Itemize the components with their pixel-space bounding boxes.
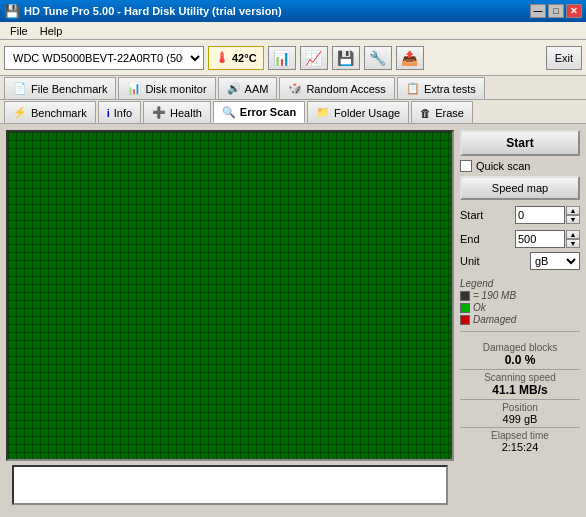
start-label: Start	[460, 209, 483, 221]
thermometer-icon: 🌡	[215, 50, 229, 66]
scanning-speed-label: Scanning speed	[460, 372, 580, 383]
divider-1	[460, 331, 580, 332]
quick-scan-row: Quick scan	[460, 160, 580, 172]
toolbar-btn-3[interactable]: 💾	[332, 46, 360, 70]
start-spin-up[interactable]: ▲	[566, 206, 580, 215]
close-button[interactable]: ✕	[566, 4, 582, 18]
quick-scan-checkbox[interactable]	[460, 160, 472, 172]
aam-icon: 🔊	[227, 82, 241, 95]
toolbar-btn-2[interactable]: 📈	[300, 46, 328, 70]
error-scan-icon: 🔍	[222, 106, 236, 119]
legend-item-block: = 190 MB	[460, 290, 580, 301]
benchmark-icon: ⚡	[13, 106, 27, 119]
legend-swatch-damaged	[460, 315, 470, 325]
start-param-row: Start ▲ ▼	[460, 206, 580, 224]
toolbar-btn-4[interactable]: 🔧	[364, 46, 392, 70]
tab-random-access[interactable]: 🎲 Random Access	[279, 77, 394, 99]
title-bar: 💾 HD Tune Pro 5.00 - Hard Disk Utility (…	[0, 0, 586, 22]
menu-bar: File Help	[0, 22, 586, 40]
end-input[interactable]	[515, 230, 565, 248]
menu-file[interactable]: File	[4, 24, 34, 38]
tab-row-2: ⚡ Benchmark i Info ➕ Health 🔍 Error Scan…	[0, 100, 586, 124]
tab-aam[interactable]: 🔊 AAM	[218, 77, 278, 99]
grid-lines	[8, 132, 452, 459]
title-bar-buttons: — □ ✕	[530, 4, 582, 18]
window-title: HD Tune Pro 5.00 - Hard Disk Utility (tr…	[24, 5, 282, 17]
legend-section: Legend = 190 MB Ok Damaged	[460, 278, 580, 325]
legend-item-ok: Ok	[460, 302, 580, 313]
legend-swatch-ok	[460, 303, 470, 313]
legend-damaged-label: Damaged	[473, 314, 516, 325]
divider-2	[460, 369, 580, 370]
temperature-display: 🌡 42°C	[208, 46, 264, 70]
menu-help[interactable]: Help	[34, 24, 69, 38]
unit-select[interactable]: gB MB	[530, 252, 580, 270]
extra-tests-icon: 📋	[406, 82, 420, 95]
end-spin: ▲ ▼	[566, 230, 580, 248]
unit-label: Unit	[460, 255, 480, 267]
damaged-blocks-label: Damaged blocks	[460, 342, 580, 353]
info-icon: i	[107, 107, 110, 119]
divider-4	[460, 427, 580, 428]
right-panel: Start Quick scan Speed map Start ▲ ▼ End	[460, 130, 580, 511]
folder-usage-icon: 📁	[316, 106, 330, 119]
stats-section: Damaged blocks 0.0 % Scanning speed 41.1…	[460, 342, 580, 453]
maximize-button[interactable]: □	[548, 4, 564, 18]
drive-select[interactable]: WDC WD5000BEVT-22A0RT0 (500 gB)	[4, 46, 204, 70]
exit-button[interactable]: Exit	[546, 46, 582, 70]
elapsed-time-label: Elapsed time	[460, 430, 580, 441]
tab-folder-usage[interactable]: 📁 Folder Usage	[307, 101, 409, 123]
tab-benchmark[interactable]: ⚡ Benchmark	[4, 101, 96, 123]
tab-row-1: 📄 File Benchmark 📊 Disk monitor 🔊 AAM 🎲 …	[0, 76, 586, 100]
tab-extra-tests[interactable]: 📋 Extra tests	[397, 77, 485, 99]
position-value: 499 gB	[460, 413, 580, 425]
app-icon: 💾	[4, 4, 20, 19]
position-label: Position	[460, 402, 580, 413]
disk-monitor-icon: 📊	[127, 82, 141, 95]
start-spin: ▲ ▼	[566, 206, 580, 224]
end-label: End	[460, 233, 480, 245]
speed-map-button[interactable]: Speed map	[460, 176, 580, 200]
scanning-speed-value: 41.1 MB/s	[460, 383, 580, 397]
main-content: Start Quick scan Speed map Start ▲ ▼ End	[0, 124, 586, 517]
legend-block-label: = 190 MB	[473, 290, 516, 301]
end-spin-down[interactable]: ▼	[566, 239, 580, 248]
quick-scan-label: Quick scan	[476, 160, 530, 172]
divider-3	[460, 399, 580, 400]
tab-disk-monitor[interactable]: 📊 Disk monitor	[118, 77, 215, 99]
damaged-blocks-value: 0.0 %	[460, 353, 580, 367]
start-spin-down[interactable]: ▼	[566, 215, 580, 224]
end-input-row: ▲ ▼	[515, 230, 580, 248]
toolbar: WDC WD5000BEVT-22A0RT0 (500 gB) 🌡 42°C 📊…	[0, 40, 586, 76]
unit-row: Unit gB MB	[460, 252, 580, 270]
toolbar-btn-5[interactable]: 📤	[396, 46, 424, 70]
tab-info[interactable]: i Info	[98, 101, 141, 123]
elapsed-time-value: 2:15:24	[460, 441, 580, 453]
start-input[interactable]	[515, 206, 565, 224]
tab-erase[interactable]: 🗑 Erase	[411, 101, 473, 123]
random-access-icon: 🎲	[288, 82, 302, 95]
legend-swatch-block	[460, 291, 470, 301]
scan-progress-bar	[12, 465, 448, 505]
toolbar-btn-1[interactable]: 📊	[268, 46, 296, 70]
tab-file-benchmark[interactable]: 📄 File Benchmark	[4, 77, 116, 99]
legend-item-damaged: Damaged	[460, 314, 580, 325]
erase-icon: 🗑	[420, 107, 431, 119]
temperature-value: 42°C	[232, 52, 257, 64]
end-param-row: End ▲ ▼	[460, 230, 580, 248]
start-input-row: ▲ ▼	[515, 206, 580, 224]
error-scan-grid	[6, 130, 454, 461]
health-icon: ➕	[152, 106, 166, 119]
tab-health[interactable]: ➕ Health	[143, 101, 211, 123]
start-button[interactable]: Start	[460, 130, 580, 156]
file-benchmark-icon: 📄	[13, 82, 27, 95]
tab-error-scan[interactable]: 🔍 Error Scan	[213, 101, 305, 123]
end-spin-up[interactable]: ▲	[566, 230, 580, 239]
minimize-button[interactable]: —	[530, 4, 546, 18]
legend-ok-label: Ok	[473, 302, 486, 313]
legend-title: Legend	[460, 278, 580, 289]
